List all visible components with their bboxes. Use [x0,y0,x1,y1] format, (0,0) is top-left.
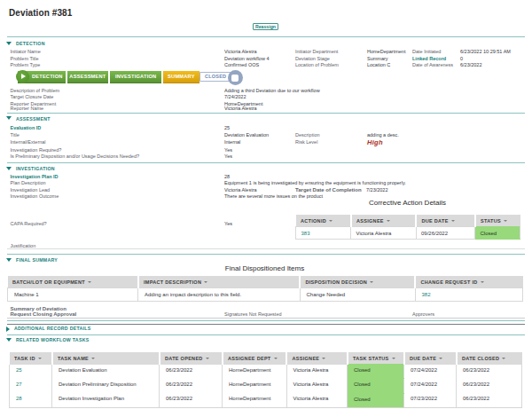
field-label: Initiator Department [295,49,338,55]
field-underline [7,318,525,319]
evaluation-id-link[interactable]: Evaluation ID [11,125,42,131]
section-header-investigation[interactable]: INVESTIGATION [6,166,55,171]
table-cell: 06/23/2022 [160,393,223,407]
field-label: Risk Level [295,139,317,146]
table-cell: 07/24/2022 [404,379,457,393]
field-label: Date of Awareness [412,62,453,68]
section-header-final-summary[interactable]: FINAL SUMMARY [6,257,58,263]
collapsed-section-border [7,324,525,325]
column-header[interactable]: DATE OPENED [160,352,223,365]
field-value: 6/23/2022 [460,62,481,68]
table-cell: 06/23/2022 [457,365,522,379]
action-id-link[interactable]: 383 [296,227,351,240]
workflow-stage-closed: CLOSED [200,72,231,82]
field-row: Is Preliminary Disposition and/or Usage … [0,153,532,160]
section-header-related-workflow-tasks[interactable]: RELATED WORKFLOW TASKS [6,337,89,342]
signatures-status: Signatures Not Requested [224,311,282,318]
table-cell: Deviation Evaluation [52,365,160,379]
section-header-assessment[interactable]: ASSESSMENT [6,116,51,122]
field-value: Location C [367,62,390,68]
sort-icon [392,358,395,359]
table-header-row: TASK ID TASK NAME DATE OPENED ASSIGNEE D… [10,352,522,365]
column-header-label: DISPOSITION DECISION [306,279,368,285]
column-header-label: TASK NAME [58,356,89,361]
field-value: 28 [224,174,230,180]
column-header[interactable]: TASK ID [10,352,52,365]
table-cell: HomeDepartment [223,393,287,407]
task-id-link[interactable]: 28 [10,393,52,407]
field-value: 6/23/2022 10:29:51 AM [460,49,511,55]
linked-record-link[interactable]: Linked Record [412,56,446,62]
section-divider [7,162,525,163]
table-cell: Adding an impact description to this fie… [138,288,301,302]
field-label: Description [295,132,320,138]
column-header[interactable]: IMPACT DESCRIPTION [138,276,301,288]
reassign-button[interactable]: Reassign [253,23,278,30]
field-value: HomeDepartment [367,49,405,55]
risk-level-value: High [367,139,383,146]
field-label: Approvers [412,311,434,318]
column-header[interactable]: ASSIGNEE DEPT [223,352,287,365]
expand-triangle-icon [6,327,10,332]
section-divider [7,113,525,114]
collapse-triangle-icon [6,42,12,45]
section-divider [7,320,525,321]
table-cell: 09/26/2022 [416,227,475,240]
deviation-record-page: Deviation #381 Reassign DETECTION Initia… [0,0,532,417]
column-header[interactable]: TASK STATUS [348,352,404,365]
sort-icon [206,358,209,359]
field-value: Victoria Alestra [224,187,257,193]
final-dispositioned-items-title: Final Dispositioned Items [7,264,522,272]
field-value: Internal [224,139,240,146]
sort-icon [370,281,373,283]
table-cell: 07/24/2022 [404,365,457,379]
column-header-label: CHANGE REQUEST ID [421,279,478,285]
field-row: Evaluation ID25 [0,125,532,131]
field-label: Location of Problem [295,62,339,68]
investigation-plan-id-link[interactable]: Investigation Plan ID [11,174,59,180]
column-header[interactable]: ASSIGNEE [286,352,348,365]
column-header[interactable]: DUE DATE [404,352,457,365]
workflow-stage-investigation: INVESTIGATION [110,71,161,83]
field-label: Internal/External [11,139,46,146]
workflow-stage-assessment: ASSESSMENT [67,71,109,83]
table-cell: HomeDepartment [223,365,287,379]
field-row: Request Closing Approval Signatures Not … [0,311,532,318]
field-label: Deviation Stage [295,56,330,62]
section-header-detection[interactable]: DETECTION [6,41,45,46]
field-label: Investigation Outcome [11,193,59,200]
field-label: CAPA Required? [11,221,47,227]
column-header[interactable]: DATE CLOSED [457,352,522,365]
field-row: Target Closure Date7/24/2022 [0,94,532,100]
change-request-id-link[interactable]: 382 [415,288,523,302]
field-value: 0 [460,56,463,62]
field-row: Investigation Required?Yes [0,147,532,153]
section-header-label: RELATED WORKFLOW TASKS [16,337,89,342]
column-header[interactable]: CHANGE REQUEST ID [415,276,523,288]
column-header[interactable]: TASK NAME [52,352,160,365]
field-row: Plan DescriptionEquipment 1 is being inv… [0,180,532,186]
field-value: Yes [224,147,232,153]
workflow-stage-summary: SUMMARY [163,71,200,83]
column-header[interactable]: BATCH/LOT OR EQUIPMENT [8,276,138,288]
field-value: Summary [367,56,388,62]
field-underline [7,248,525,249]
field-label: Reporter Name [11,106,44,112]
task-id-link[interactable]: 27 [10,379,52,393]
table-cell: 06/23/2022 [160,379,223,393]
field-label: Request Closing Approval [11,311,77,318]
task-id-link[interactable]: 25 [10,365,52,379]
field-label: Is Preliminary Disposition and/or Usage … [11,153,140,160]
table-cell: Machine 1 [8,288,138,302]
field-row: Investigation Plan ID28 [0,174,532,180]
field-row: Investigation LeadVictoria Alestra Targe… [0,187,532,193]
column-header[interactable]: DISPOSITION DECISION [300,276,415,288]
field-value: Deviation Evaluation [224,132,269,138]
sort-icon [38,358,42,359]
table-row: 383 Victoria Alestra 09/26/2022 Closed [296,227,520,240]
field-value: adding a desc. [367,132,399,138]
table-cell: 06/23/2022 [160,365,223,379]
section-header-additional-record-details[interactable]: ADDITIONAL RECORD DETAILS [6,326,91,332]
sort-icon [88,281,91,283]
corrective-action-table: ACTIONID ASSIGNEE DUE DATE STATUS 383 Vi… [295,215,520,240]
